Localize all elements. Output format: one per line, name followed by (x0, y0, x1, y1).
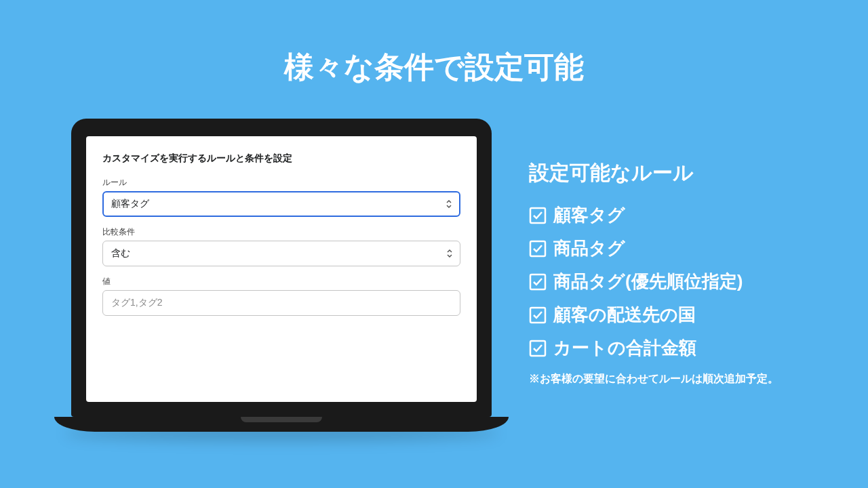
page-title: 様々な条件で設定可能 (0, 47, 868, 87)
rule-field: ルール 顧客タグ (102, 177, 460, 217)
check-icon (529, 240, 547, 258)
rules-heading: 設定可能なルール (529, 159, 778, 187)
check-icon (529, 207, 547, 224)
screen: カスタマイズを実行するルールと条件を設定 ルール 顧客タグ 比較条件 含む 値 (86, 136, 477, 402)
rules-footnote: ※お客様の要望に合わせてルールは順次追加予定。 (529, 372, 778, 386)
rules-item-label: 顧客タグ (553, 203, 625, 227)
rules-item: 顧客タグ (529, 203, 778, 227)
laptop-base (54, 417, 509, 432)
value-field: 値 タグ1,タグ2 (102, 276, 460, 316)
check-icon (529, 273, 547, 291)
form-heading: カスタマイズを実行するルールと条件を設定 (102, 152, 460, 165)
value-input[interactable]: タグ1,タグ2 (102, 290, 460, 316)
chevron-updown-icon (446, 199, 452, 209)
compare-select[interactable]: 含む (102, 241, 460, 266)
rules-item-label: 商品タグ(優先順位指定) (553, 270, 743, 293)
value-placeholder: タグ1,タグ2 (111, 297, 162, 309)
rules-list: 顧客タグ 商品タグ 商品タグ(優先順位指定) 顧客の配送先の国 カートの合計金額 (529, 203, 778, 360)
rules-panel: 設定可能なルール 顧客タグ 商品タグ 商品タグ(優先順位指定) 顧客の配送先の国… (529, 159, 778, 386)
rules-item-label: 商品タグ (553, 237, 625, 260)
value-label: 値 (102, 276, 460, 287)
chevron-updown-icon (446, 249, 453, 258)
laptop-frame: カスタマイズを実行するルールと条件を設定 ルール 顧客タグ 比較条件 含む 値 (71, 119, 492, 417)
rule-label: ルール (102, 177, 460, 188)
check-icon (529, 340, 547, 357)
rule-select[interactable]: 顧客タグ (102, 191, 460, 217)
rule-select-value: 顧客タグ (111, 198, 149, 210)
check-icon (529, 306, 547, 324)
rules-item: カートの合計金額 (529, 336, 778, 360)
rules-item: 商品タグ (529, 237, 778, 260)
rules-item-label: カートの合計金額 (553, 336, 696, 360)
rules-item: 商品タグ(優先順位指定) (529, 270, 778, 293)
rules-item: 顧客の配送先の国 (529, 303, 778, 327)
compare-select-value: 含む (111, 247, 130, 260)
rules-item-label: 顧客の配送先の国 (553, 303, 696, 327)
compare-field: 比較条件 含む (102, 226, 460, 266)
compare-label: 比較条件 (102, 226, 460, 238)
